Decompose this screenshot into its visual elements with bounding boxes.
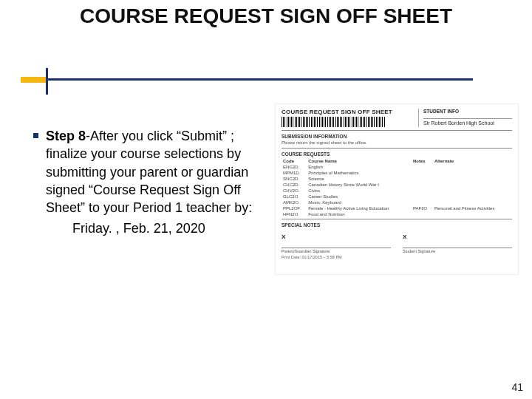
cell-alt bbox=[433, 182, 512, 188]
col-alt: Alternate bbox=[433, 158, 512, 164]
cell-code: SNC2D. bbox=[282, 176, 307, 182]
table-row: SNC2D.Science bbox=[282, 176, 512, 182]
cell-name: Music: Keyboard bbox=[307, 200, 412, 205]
page-number: 41 bbox=[511, 381, 523, 393]
course-requests-label: COURSE REQUESTS bbox=[276, 150, 518, 158]
x-mark-icon: X bbox=[282, 233, 391, 240]
col-name: Course Name bbox=[307, 158, 412, 164]
parent-signature-label: Parent/Guardian Signature bbox=[282, 248, 391, 253]
cell-alt bbox=[433, 164, 512, 170]
cell-notes bbox=[412, 170, 433, 176]
cell-name: Civics bbox=[307, 188, 412, 194]
cell-name: English bbox=[307, 164, 412, 170]
course-table: Code Course Name Notes Alternate ENG2D.E… bbox=[282, 158, 512, 217]
cell-code: CHC2D. bbox=[282, 182, 307, 188]
cell-name: Food and Nutrition bbox=[307, 211, 412, 217]
cell-name: Principles of Mathematics bbox=[307, 170, 412, 176]
student-info-label: STUDENT INFO bbox=[423, 109, 512, 114]
table-header: Code Course Name Notes Alternate bbox=[282, 158, 512, 164]
cell-notes bbox=[412, 194, 433, 200]
cell-name: Female - Healthy Active Living Education bbox=[307, 205, 412, 211]
submission-label: SUBMISSION INFORMATION bbox=[276, 132, 518, 140]
body-text: Step 8-After you click “Submit” ; finali… bbox=[46, 127, 260, 238]
cell-code: PPL2OF bbox=[282, 205, 307, 211]
table-row: MPM1D.Principles of Mathematics bbox=[282, 170, 512, 176]
table-row: HFN2O.Food and Nutrition bbox=[282, 211, 512, 217]
bullet-icon bbox=[33, 133, 38, 138]
cell-alt bbox=[433, 188, 512, 194]
step-label: Step 8 bbox=[46, 129, 86, 143]
cell-notes bbox=[412, 164, 433, 170]
student-signature-label: Student Signature bbox=[403, 248, 512, 253]
accent-rule-horizontal bbox=[21, 78, 473, 81]
cell-alt bbox=[433, 211, 512, 217]
cell-alt bbox=[433, 176, 512, 182]
table-row: PPL2OFFemale - Healthy Active Living Edu… bbox=[282, 205, 512, 211]
form-preview: COURSE REQUEST SIGN OFF SHEET STUDENT IN… bbox=[275, 103, 519, 275]
cell-alt bbox=[433, 200, 512, 205]
submission-text: Please return the signed sheet to the of… bbox=[276, 140, 518, 146]
cell-notes bbox=[412, 182, 433, 188]
cell-code: ENG2D. bbox=[282, 164, 307, 170]
table-row: GLC2O.Career Studies bbox=[282, 194, 512, 200]
cell-notes bbox=[412, 176, 433, 182]
table-row: CHC2D.Canadian History Since World War I bbox=[282, 182, 512, 188]
deadline-text: Friday. , Feb. 21, 2020 bbox=[72, 219, 260, 237]
form-title: COURSE REQUEST SIGN OFF SHEET bbox=[282, 109, 418, 115]
accent-rule-short bbox=[21, 77, 46, 83]
cell-name: Canadian History Since World War I bbox=[307, 182, 412, 188]
cell-notes bbox=[412, 200, 433, 205]
cell-alt bbox=[433, 194, 512, 200]
cell-notes bbox=[412, 188, 433, 194]
cell-name: Science bbox=[307, 176, 412, 182]
cell-code: GLC2O. bbox=[282, 194, 307, 200]
cell-notes bbox=[412, 211, 433, 217]
cell-code: MPM1D. bbox=[282, 170, 307, 176]
cell-code: HFN2O. bbox=[282, 211, 307, 217]
barcode-icon bbox=[282, 117, 385, 127]
table-row: ENG2D.English bbox=[282, 164, 512, 170]
cell-alt: Personal and Fitness Activities bbox=[433, 205, 512, 211]
special-notes-label: SPECIAL NOTES bbox=[276, 221, 518, 229]
cell-code: CHV2O. bbox=[282, 188, 307, 194]
slide-title: COURSE REQUEST SIGN OFF SHEET bbox=[0, 4, 532, 28]
col-code: Code bbox=[282, 158, 307, 164]
cell-alt bbox=[433, 170, 512, 176]
cell-code: AMK2O. bbox=[282, 200, 307, 205]
cell-notes: PAF2O bbox=[412, 205, 433, 211]
cell-name: Career Studies bbox=[307, 194, 412, 200]
x-mark-icon: X bbox=[403, 233, 512, 240]
school-name: Sir Robert Borden High School bbox=[423, 120, 512, 126]
table-row: AMK2O.Music: Keyboard bbox=[282, 200, 512, 205]
col-notes: Notes bbox=[412, 158, 433, 164]
accent-rule-vertical bbox=[46, 68, 48, 95]
print-date: Print Date: 01/17/2015 – 5:58 PM bbox=[276, 255, 518, 262]
table-row: CHV2O.Civics bbox=[282, 188, 512, 194]
